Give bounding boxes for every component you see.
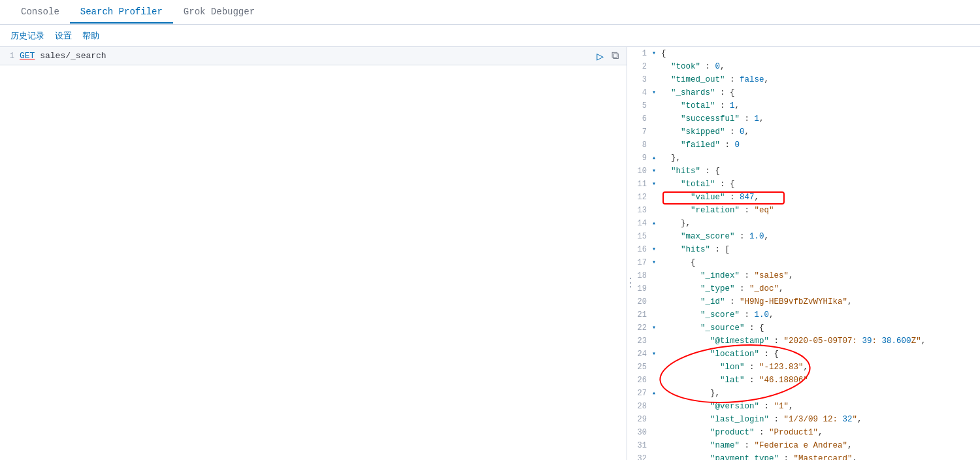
- line-number: 16: [627, 243, 652, 256]
- line-number: 17: [627, 256, 652, 269]
- line-code: "_score" : 1.0,: [661, 308, 980, 321]
- code-line: 12 "value" : 847,: [627, 191, 980, 204]
- line-number: 30: [627, 426, 652, 439]
- line-number: 21: [627, 308, 652, 321]
- line-number: 9: [627, 152, 652, 165]
- code-line: 13 "relation" : "eq": [627, 204, 980, 217]
- request-path: sales/_search: [40, 51, 106, 61]
- line-code: "hits" : {: [661, 165, 980, 178]
- copy-curl-button[interactable]: ⧉: [609, 48, 621, 63]
- line-number: 32: [627, 452, 652, 460]
- code-line: 26 "lat" : "46.18806": [627, 374, 980, 387]
- line-number: 27: [627, 387, 652, 400]
- code-line: 2 "took" : 0,: [627, 60, 980, 73]
- line-number: 25: [627, 361, 652, 374]
- line-code: },: [661, 387, 980, 400]
- code-line: 21 "_score" : 1.0,: [627, 308, 980, 321]
- line-code: },: [661, 217, 980, 230]
- line-number: 31: [627, 439, 652, 452]
- line-number: 29: [627, 413, 652, 426]
- line-number: 14: [627, 217, 652, 230]
- code-line: 11▾ "total" : {: [627, 178, 980, 191]
- line-code: "hits" : [: [661, 243, 980, 256]
- code-line: 10▾ "hits" : {: [627, 165, 980, 178]
- line-code: "location" : {: [661, 348, 980, 361]
- line-code: "skipped" : 0,: [661, 125, 980, 139]
- line-code: "took" : 0,: [661, 60, 980, 73]
- code-line: 4▾ "_shards" : {: [627, 86, 980, 99]
- line-number: 2: [627, 60, 652, 73]
- editor-content-area: GET sales/_search: [20, 48, 594, 63]
- settings-button[interactable]: 设置: [55, 30, 72, 42]
- editor-actions: ▷ ⧉: [594, 48, 627, 65]
- code-line: 20 "_id" : "H9Ng-HEB9vfbZvWYHIka",: [627, 295, 980, 308]
- tab-console[interactable]: Console: [10, 1, 70, 24]
- line-toggle[interactable]: ▾: [652, 256, 661, 269]
- code-line: 16▾ "hits" : [: [627, 243, 980, 256]
- line-number: 8: [627, 139, 652, 152]
- code-line: 7 "skipped" : 0,: [627, 125, 980, 139]
- line-toggle[interactable]: ▾: [652, 321, 661, 335]
- line-code: "max_score" : 1.0,: [661, 230, 980, 243]
- line-toggle[interactable]: ▴: [652, 152, 661, 165]
- line-number: 11: [627, 178, 652, 191]
- code-line: 24▾ "location" : {: [627, 348, 980, 361]
- line-number: 3: [627, 73, 652, 86]
- line-code: "name" : "Federica e Andrea",: [661, 439, 980, 452]
- line-code: "payment_type" : "Mastercard",: [661, 452, 980, 460]
- code-line: 9▴ },: [627, 152, 980, 165]
- line-number: 7: [627, 125, 652, 139]
- line-toggle[interactable]: ▾: [652, 243, 661, 256]
- line-number: 6: [627, 112, 652, 125]
- line-number: 24: [627, 348, 652, 361]
- code-line: 17▾ {: [627, 256, 980, 269]
- code-line: 32 "payment_type" : "Mastercard",: [627, 452, 980, 460]
- line-toggle[interactable]: ▾: [652, 47, 661, 60]
- code-line: 1▾{: [627, 47, 980, 60]
- line-code: "product" : "Product1",: [661, 426, 980, 439]
- line-number: 22: [627, 321, 652, 335]
- code-line: 28 "@version" : "1",: [627, 400, 980, 413]
- code-line: 3 "timed_out" : false,: [627, 73, 980, 86]
- editor-request[interactable]: GET sales/_search: [20, 48, 106, 63]
- http-method: GET: [20, 51, 35, 61]
- code-line: 14▴ },: [627, 217, 980, 230]
- line-code: "successful" : 1,: [661, 112, 980, 125]
- top-nav: Console Search Profiler Grok Debugger: [0, 0, 980, 25]
- editor-body[interactable]: [0, 65, 627, 460]
- line-toggle[interactable]: ▾: [652, 178, 661, 191]
- line-code: "_source" : {: [661, 321, 980, 335]
- line-number: 23: [627, 335, 652, 348]
- tab-search-profiler[interactable]: Search Profiler: [70, 1, 173, 24]
- history-button[interactable]: 历史记录: [10, 30, 44, 42]
- line-number: 20: [627, 295, 652, 308]
- drag-handle[interactable]: ⋮: [627, 272, 980, 292]
- code-line: 5 "total" : 1,: [627, 99, 980, 112]
- main-layout: 1 GET sales/_search ▷ ⧉ 1▾{2 "took" : 0,…: [0, 47, 980, 460]
- line-code: "failed" : 0: [661, 139, 980, 152]
- line-toggle[interactable]: ▴: [652, 387, 661, 400]
- line-toggle[interactable]: ▾: [652, 86, 661, 99]
- line-number: 13: [627, 204, 652, 217]
- help-button[interactable]: 帮助: [82, 30, 99, 42]
- line-code: },: [661, 152, 980, 165]
- line-number: 5: [627, 99, 652, 112]
- code-line: 29 "last_login" : "1/3/09 12: 32",: [627, 413, 980, 426]
- line-toggle[interactable]: ▴: [652, 217, 661, 230]
- tab-grok-debugger[interactable]: Grok Debugger: [173, 1, 265, 24]
- line-code: "_shards" : {: [661, 86, 980, 99]
- sub-toolbar: 历史记录 设置 帮助: [0, 25, 980, 47]
- editor-line-number: 1: [0, 52, 20, 61]
- line-number: 26: [627, 374, 652, 387]
- line-code: {: [661, 256, 980, 269]
- output-panel[interactable]: 1▾{2 "took" : 0,3 "timed_out" : false,4▾…: [627, 47, 980, 460]
- line-code: "@version" : "1",: [661, 400, 980, 413]
- code-line: 8 "failed" : 0: [627, 139, 980, 152]
- line-code: "total" : 1,: [661, 99, 980, 112]
- output-content: 1▾{2 "took" : 0,3 "timed_out" : false,4▾…: [627, 47, 980, 460]
- run-button[interactable]: ▷: [594, 48, 606, 65]
- code-line: 27▴ },: [627, 387, 980, 400]
- code-line: 15 "max_score" : 1.0,: [627, 230, 980, 243]
- line-toggle[interactable]: ▾: [652, 348, 661, 361]
- line-toggle[interactable]: ▾: [652, 165, 661, 178]
